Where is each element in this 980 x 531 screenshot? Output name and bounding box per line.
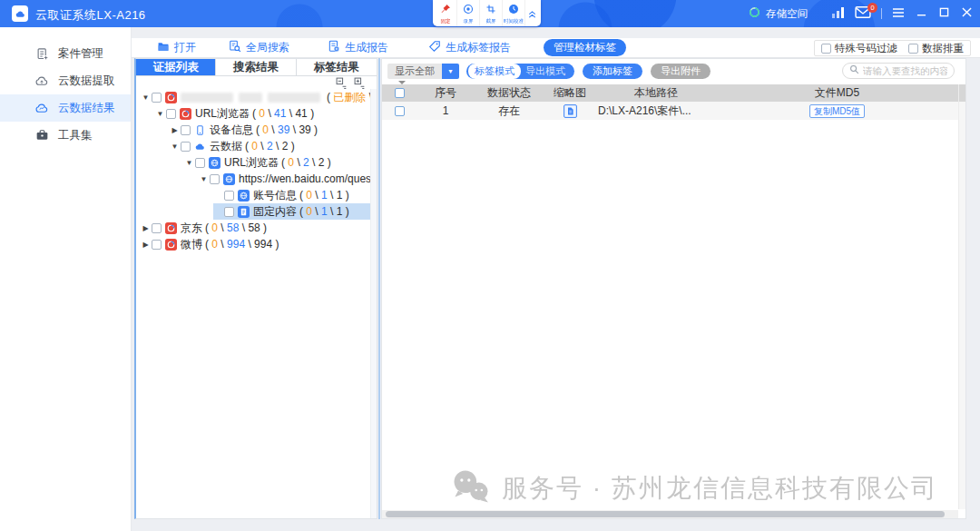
vertical-scrollbar[interactable] [958, 84, 965, 509]
sidebar-item-云数据结果[interactable]: 云数据结果 [0, 94, 131, 122]
column-header-缩略图[interactable]: 缩略图 [544, 85, 596, 101]
export-mode-option[interactable]: 导出模式 [522, 64, 573, 78]
maximize-button[interactable] [937, 6, 950, 21]
expand-arrow-icon[interactable]: ▶ [170, 126, 180, 134]
generate-tag-report-button[interactable]: 生成标签报告 [428, 40, 511, 55]
sidebar-item-云数据提取[interactable]: 云数据提取 [0, 67, 131, 94]
tree-node-checkbox[interactable] [181, 142, 191, 152]
open-button[interactable]: 打开 [157, 40, 196, 55]
tree-node-label: 固定内容 [253, 204, 297, 220]
checkbox-icon[interactable] [908, 44, 918, 54]
horizontal-scrollbar[interactable] [382, 510, 958, 518]
table-row[interactable]: 1存在D:\LX-A216\案件\...复制MD5值 [382, 102, 958, 120]
quick-tool-截屏[interactable]: 截屏 [480, 0, 503, 26]
collapse-panel-icon[interactable] [525, 0, 539, 26]
collapse-all-icon[interactable] [336, 77, 348, 89]
tree-node-checkbox[interactable] [195, 158, 205, 168]
tree-node[interactable]: 固定内容( 0 \ 1 \ 1 ) [136, 203, 370, 220]
column-header-本地路径[interactable]: 本地路径 [596, 85, 716, 101]
quick-tool-label: 固定 [440, 18, 450, 24]
search-input[interactable] [863, 65, 947, 76]
tag-mode-option[interactable]: 标签模式 [468, 64, 521, 79]
sidebar-item-工具集[interactable]: 工具集 [0, 122, 131, 149]
menu-button[interactable] [892, 6, 905, 21]
search-box[interactable] [842, 63, 955, 79]
tree-node[interactable]: 账号信息( 0 \ 1 \ 1 ) [136, 187, 370, 203]
tree-node-checkbox[interactable] [224, 191, 234, 201]
sidebar-item-label: 云数据提取 [58, 74, 115, 89]
expand-arrow-icon[interactable]: ▶ [141, 241, 151, 249]
expand-arrow-icon[interactable]: ▼ [199, 175, 209, 183]
add-tag-button[interactable]: 添加标签 [583, 64, 642, 79]
tree-node[interactable]: ▼URL浏览器( 0 \ 41 \ 41 ) [136, 105, 370, 122]
manage-evidence-tags-button[interactable]: 管理检材标签 [544, 39, 626, 56]
tree-node[interactable]: ▼URL浏览器( 0 \ 2 \ 2 ) [136, 154, 370, 171]
tree-scrollbar[interactable] [370, 89, 377, 518]
tree-node-checkbox[interactable] [210, 174, 220, 184]
quick-tool-label: 录屏 [463, 18, 473, 24]
tree-node[interactable]: ▶京东( 0 \ 58 \ 58 ) [136, 220, 370, 236]
tab-标签结果[interactable]: 标签结果 [297, 59, 377, 75]
sidebar-item-案件管理[interactable]: 案件管理 [0, 40, 131, 67]
tree-node-checkbox[interactable] [166, 109, 176, 119]
row-checkbox[interactable] [395, 106, 405, 116]
expand-arrow-icon[interactable]: ▼ [170, 143, 180, 151]
copy-md5-button[interactable]: 复制MD5值 [809, 104, 865, 118]
doc-search-icon [229, 40, 241, 55]
expand-arrow-icon[interactable]: ▼ [141, 93, 151, 102]
column-header-文件MD5[interactable]: 文件MD5 [716, 85, 958, 101]
checkbox-icon[interactable] [821, 44, 831, 54]
sidebar-item-label: 云数据结果 [58, 101, 115, 116]
storage-label: 存储空间 [766, 7, 808, 21]
expand-all-icon[interactable] [354, 77, 366, 89]
table-header: 序号数据状态缩略图本地路径文件MD5 [382, 84, 958, 102]
mode-toggle[interactable]: 标签模式 导出模式 [466, 64, 574, 79]
tab-搜索结果[interactable]: 搜索结果 [216, 59, 296, 75]
cell-seq: 1 [416, 104, 475, 117]
close-button[interactable] [960, 6, 973, 21]
thumbnail-icon[interactable] [544, 104, 596, 118]
tree-node[interactable]: ▶微博( 0 \ 994 \ 994 ) [136, 236, 370, 252]
tree-node-checkbox[interactable] [152, 240, 162, 250]
show-all-dropdown[interactable]: 显示全部 ▼ [387, 64, 459, 79]
scrollbar-thumb[interactable] [386, 511, 945, 517]
panel-splitter[interactable] [378, 58, 380, 519]
quick-tool-时间校准[interactable]: 时间校准 [503, 0, 525, 26]
sidebar-item-label: 工具集 [58, 128, 93, 143]
select-all-checkbox[interactable] [395, 88, 405, 98]
cell-local-path: D:\LX-A216\案件\... [596, 103, 716, 119]
list-toolbar: 显示全部 ▼ 标签模式 导出模式 添加标签 导出附件 [382, 59, 965, 83]
quick-tool-固定[interactable]: 固定 [435, 0, 457, 26]
tree-node-checkbox[interactable] [152, 93, 162, 103]
messages-button[interactable]: 0 [855, 6, 871, 21]
tree-node-checkbox[interactable] [152, 223, 162, 233]
storage-space[interactable]: 存储空间 [749, 6, 808, 21]
export-attachment-button[interactable]: 导出附件 [651, 64, 710, 79]
column-header-序号[interactable]: 序号 [416, 85, 475, 101]
cloud-extract-icon [34, 74, 49, 88]
report-icon [328, 40, 340, 55]
tree-node[interactable]: ▼( 已删除 \ 未删除 \ 总数 ) [136, 89, 370, 105]
global-search-button[interactable]: 全局搜索 [229, 40, 289, 55]
minimize-button[interactable] [915, 6, 927, 21]
dedupe-checkbox[interactable]: 数据排重 [908, 42, 964, 55]
chevron-down-icon[interactable]: ▼ [442, 64, 459, 79]
special-number-filter-checkbox[interactable]: 特殊号码过滤 [821, 42, 897, 55]
column-header-数据状态[interactable]: 数据状态 [475, 85, 544, 101]
expand-arrow-icon[interactable]: ▼ [184, 159, 194, 167]
tree-node-checkbox[interactable] [224, 207, 234, 217]
tree-node-checkbox[interactable] [181, 125, 191, 135]
global-search-label: 全局搜索 [246, 40, 289, 55]
tree-node-label: 云数据 [210, 139, 242, 154]
phone-icon [193, 124, 206, 136]
left-tabs: 证据列表搜索结果标签结果 [136, 59, 377, 76]
expand-arrow-icon[interactable]: ▼ [155, 110, 165, 118]
tab-证据列表[interactable]: 证据列表 [136, 59, 216, 75]
doc-icon [237, 206, 250, 218]
tree-node[interactable]: ▼云数据( 0 \ 2 \ 2 ) [136, 138, 370, 154]
generate-report-button[interactable]: 生成报告 [328, 40, 388, 55]
tree-node[interactable]: ▶设备信息( 0 \ 39 \ 39 ) [136, 122, 370, 138]
quick-tool-录屏[interactable]: 录屏 [457, 0, 480, 26]
expand-arrow-icon[interactable]: ▶ [141, 224, 151, 232]
tree-node[interactable]: ▼https://wen.baidu.com/question/50642390 [136, 171, 370, 187]
